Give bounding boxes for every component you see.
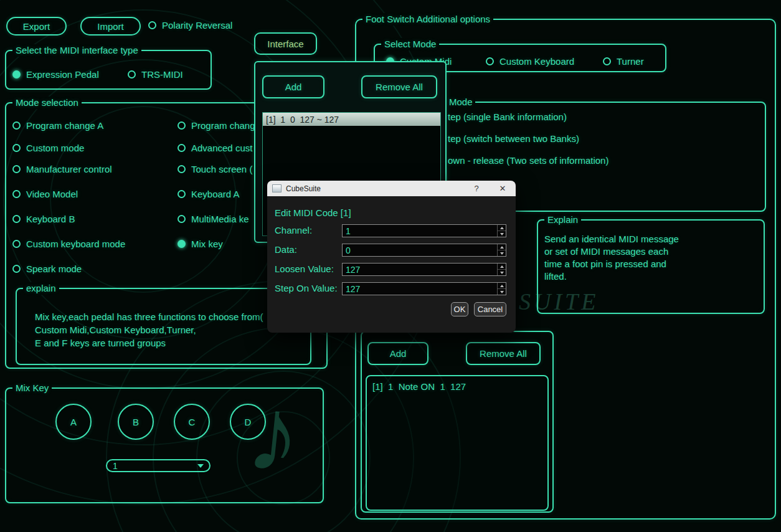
dialog-title: CubeSuite: [286, 184, 463, 193]
mode-selection-group-title: Mode selection: [12, 97, 82, 109]
radio-dot-icon: [12, 121, 21, 130]
radio-label: Custom Keyboard: [499, 56, 574, 67]
radio-program-change-a[interactable]: Program change A: [12, 120, 103, 131]
radio-dot-icon: [603, 57, 611, 65]
channel-spinbox[interactable]: 1: [342, 224, 506, 237]
radio-label: Polarity Reversal: [162, 20, 232, 31]
chevron-down-icon: [197, 464, 204, 468]
close-button[interactable]: ✕: [490, 181, 516, 196]
loosen-value: 127: [346, 265, 360, 275]
loosen-value-spinbox[interactable]: 127: [342, 263, 506, 276]
mix-key-dropdown[interactable]: 1: [106, 459, 211, 472]
spin-down-icon[interactable]: [498, 231, 506, 237]
explain-right-text: Send an identical MIDI message or set of…: [544, 233, 679, 283]
radio-label: Advanced cust: [191, 143, 252, 153]
spin-up-icon[interactable]: [498, 264, 506, 270]
spin-up-icon[interactable]: [498, 225, 506, 231]
spin-down-icon[interactable]: [498, 250, 506, 256]
radio-label: Expression Pedal: [26, 69, 99, 80]
midi-add-button[interactable]: Add: [262, 75, 324, 98]
spin-up-icon[interactable]: [498, 283, 506, 289]
radio-trs-midi[interactable]: TRS-MIDI: [128, 69, 183, 80]
pedal-d-button[interactable]: D: [230, 404, 266, 440]
radio-keyboard-a[interactable]: Keyboard A: [178, 188, 240, 199]
radio-dot-icon: [486, 57, 494, 65]
radio-dot-icon: [178, 190, 186, 198]
app-icon: [272, 184, 282, 192]
note-remove-all-button[interactable]: Remove All: [466, 342, 541, 365]
pedal-c-button[interactable]: C: [174, 404, 210, 440]
mix-key-group: Mix Key: [5, 387, 324, 503]
explain-left-text: Mix key,each pedal has three functions t…: [35, 310, 263, 349]
ok-button[interactable]: OK: [451, 302, 468, 316]
note-list[interactable]: [1] 1 Note ON 1 127: [366, 375, 549, 511]
midi-code-list-item-selected[interactable]: [1] 1 0 127 ~ 127: [263, 113, 440, 126]
radio-custom-keyboard-mode[interactable]: Custom keyboard mode: [12, 238, 125, 249]
note-add-button[interactable]: Add: [367, 342, 428, 365]
help-button[interactable]: ?: [463, 181, 490, 196]
radio-dot-icon: [178, 240, 186, 248]
radio-polarity-reversal[interactable]: Polarity Reversal: [148, 19, 232, 31]
step-on-value-label: Step On Value:: [275, 283, 338, 294]
spin-down-icon[interactable]: [498, 289, 506, 295]
radio-label: Video Model: [26, 189, 78, 199]
step-on-value-spinbox[interactable]: 127: [342, 282, 506, 295]
spin-up-icon[interactable]: [498, 244, 506, 250]
cancel-button[interactable]: Cancel: [474, 302, 506, 316]
radio-dot-icon: [178, 165, 186, 173]
radio-turner[interactable]: Turner: [603, 55, 644, 67]
cubesuite-window: ♪ SUITE Export Import Polarity Reversal …: [0, 0, 781, 532]
radio-label: Speark mode: [26, 264, 82, 274]
export-button[interactable]: Export: [6, 17, 67, 36]
midi-remove-all-button[interactable]: Remove All: [361, 75, 437, 98]
radio-custom-mode[interactable]: Custom mode: [12, 142, 84, 153]
explain-line: or set of MIDI messages each: [544, 245, 679, 258]
radio-dot-icon: [12, 240, 21, 248]
radio-dot-icon: [178, 121, 186, 130]
radio-label: Custom mode: [26, 143, 84, 153]
radio-program-change-b[interactable]: Program chang: [178, 120, 255, 131]
explain-line: lifted.: [544, 270, 679, 283]
interface-type-group-title: Select the MIDI interface type: [12, 44, 141, 57]
spin-down-icon[interactable]: [498, 270, 506, 275]
edit-midi-code-dialog: CubeSuite ? ✕ Edit MIDI Code [1] Channel…: [267, 181, 516, 333]
radio-label: Custom keyboard mode: [26, 239, 125, 249]
radio-dot-icon: [12, 190, 21, 198]
spin-arrows: [497, 225, 506, 237]
radio-video-model[interactable]: Video Model: [12, 188, 78, 199]
radio-touch-screen[interactable]: Touch screen (: [178, 163, 252, 174]
spin-arrows: [497, 283, 506, 295]
radio-custom-keyboard[interactable]: Custom Keyboard: [486, 55, 574, 67]
note-list-item[interactable]: [1] 1 Note ON 1 127: [372, 381, 466, 392]
channel-label: Channel:: [275, 225, 312, 236]
data-spinbox[interactable]: 0: [342, 244, 506, 257]
radio-dot-icon: [178, 215, 186, 223]
radio-mix-key[interactable]: Mix key: [178, 238, 223, 249]
radio-expression-pedal[interactable]: Expression Pedal: [12, 69, 99, 80]
radio-keyboard-b[interactable]: Keyboard B: [12, 213, 75, 224]
radio-advanced-custom[interactable]: Advanced cust: [178, 142, 252, 153]
pedal-a-button[interactable]: A: [55, 404, 92, 440]
radio-dot-icon: [148, 21, 156, 29]
interface-button[interactable]: Interface: [254, 32, 317, 55]
radio-dot-icon: [12, 70, 21, 78]
pedal-b-button[interactable]: B: [118, 404, 154, 440]
radio-label: MultiMedia ke: [191, 214, 249, 224]
radio-multimedia-keyboard[interactable]: MultiMedia ke: [178, 213, 249, 224]
dialog-titlebar[interactable]: CubeSuite ? ✕: [267, 181, 516, 196]
spin-arrows: [497, 244, 506, 256]
explain-left-group-title: explain: [23, 282, 59, 295]
radio-speark-mode[interactable]: Speark mode: [12, 263, 82, 274]
import-button[interactable]: Import: [80, 17, 141, 36]
explain-line: Send an identical MIDI message: [544, 233, 679, 245]
spin-arrows: [497, 264, 506, 275]
explain-line: E and F keys are turned groups: [35, 336, 263, 349]
radio-label: Turner: [617, 56, 644, 67]
loosen-value-label: Loosen Value:: [275, 264, 334, 275]
radio-label: Keyboard B: [26, 214, 75, 224]
bank-mode-group-title: Mode: [447, 97, 475, 107]
radio-manufacturer-control[interactable]: Manufacturer control: [12, 163, 112, 174]
explain-line: Mix key,each pedal has three functions t…: [35, 310, 263, 323]
explain-right-group-title: Explain: [544, 214, 581, 226]
select-mode-group-title: Select Mode: [381, 38, 439, 50]
